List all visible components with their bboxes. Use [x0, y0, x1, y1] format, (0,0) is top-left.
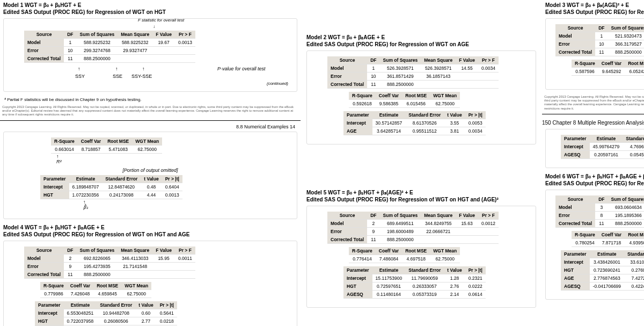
model1-block: F statistic for overall test ↓ SourceDFS…	[3, 18, 297, 92]
model5-anova: SourceDFSum of SquaresMean SquareF Value…	[327, 212, 499, 244]
fstat-label: F statistic for overall test	[138, 18, 184, 23]
copyright-3: Copyright 2013 Cengage Learning. All Rig…	[544, 95, 644, 111]
model5-block: SourceDFSum of SquaresMean SquareF Value…	[306, 206, 536, 308]
model2-sub: Edited SAS Output (PROC REG) for Regress…	[306, 41, 539, 47]
model3-block: SourceDFSum of SquaresMean SquareF Value…	[545, 18, 644, 90]
model4-stats: R-SquareCoeff VarRoot MSEWGT Mean 0.7799…	[40, 282, 151, 298]
model3-title: Model 3 WGT = β₀ + β₃(AGE)² + E	[545, 2, 644, 8]
continued-1: (continued)	[8, 81, 288, 86]
model1-stats: R-SquareCoeff VarRoot MSEWGT Mean 0.6630…	[51, 137, 162, 154]
model1-anova: SourceDFSum of SquaresMean SquareF Value…	[24, 31, 195, 63]
model6-sub: Edited SAS Output (PROC REG) for Regress…	[545, 180, 644, 186]
r2-label: R²	[56, 159, 62, 164]
footnote-4: ⁴ Partial F statistics will be discussed…	[4, 97, 301, 102]
model6-stats: R-SquareCoeff VarRoot MSEWGT Mean 0.7802…	[572, 231, 644, 247]
ssy-label: SSY	[75, 74, 85, 79]
model6-title: Model 6 WGT = β₀ + β₁HGT + β₂AGE + β₃(AG…	[545, 173, 644, 179]
model1-est: ParameterEstimateStandard Errort ValuePr…	[40, 175, 182, 199]
model3-stats: R-SquareCoeff VarRoot MSEWGT Mean 0.5875…	[572, 60, 644, 76]
model2-anova: SourceDFSum of SquaresMean SquareF Value…	[327, 56, 499, 89]
chapter-header: 150 Chapter 8 Multiple Regression Analys…	[542, 120, 644, 126]
model5-sub: Edited SAS Output (PROC REG) for Regress…	[306, 197, 539, 202]
model6-anova: SourceDFSum of SquaresMean SquareF Value…	[555, 195, 644, 228]
b1-label: β̂₁	[83, 205, 88, 210]
ssysse-label: SSY-SSE	[131, 74, 152, 79]
model5-stats: R-SquareCoeff VarRoot MSEWGT Mean 0.7764…	[349, 247, 460, 263]
model3-block2: ParameterEstimateStandard Errort ValuePr…	[545, 129, 644, 168]
model5-title: Model 5 WGT = β₀ + β₁HGT + β₃(AGE)² + E	[306, 190, 539, 195]
model2-est: ParameterEstimateStandard Errort ValuePr…	[343, 111, 486, 135]
model2-block: SourceDFSum of SquaresMean SquareF Value…	[306, 50, 536, 144]
model4-title: Model 4 WGT = β₀ + β₁HGT + β₂AGE + E	[3, 224, 301, 230]
sse-label: SSE	[113, 74, 122, 79]
model2-stats: R-SquareCoeff VarRoot MSEWGT Mean 0.5926…	[349, 92, 460, 108]
model3-anova: SourceDFSum of SquaresMean SquareF Value…	[555, 24, 644, 56]
section-num: 8.8 Numerical Examples 14	[0, 124, 295, 129]
model3-sub: Edited SAS Output (PROC REG) for Regress…	[545, 9, 644, 15]
model4-block: SourceDFSum of SquaresMean SquareF Value…	[3, 241, 297, 326]
continued-3: (continued)	[550, 79, 644, 84]
model6-est: ParameterEstimateStandard Errort ValuePr…	[561, 250, 644, 291]
model6-block: SourceDFSum of SquaresMean SquareF Value…	[545, 190, 644, 300]
copyright-1: Copyright 2013 Cengage Learning. All Rig…	[2, 105, 298, 117]
model1-sub: Edited SAS Output (PROC REG) for Regress…	[3, 9, 301, 15]
model4-sub: Edited SAS Output (PROC REG) for Regress…	[3, 231, 301, 237]
model4-est: ParameterEstimateStandard Errort ValuePr…	[35, 301, 177, 326]
model5-est: ParameterEstimateStandard Errort ValuePr…	[343, 266, 486, 299]
pval-label: P-value for overall test	[217, 66, 266, 71]
model1-block2: R-SquareCoeff VarRoot MSEWGT Mean 0.6630…	[3, 132, 297, 219]
portion-omitted: [Portion of output omitted]	[8, 168, 292, 173]
model3-est: ParameterEstimateStandard Errort ValuePr…	[561, 135, 644, 159]
model2-title: Model 2 WGT = β₀ + β₂AGE + E	[306, 34, 539, 40]
model4-anova: SourceDFSum of SquaresMean SquareF Value…	[24, 247, 195, 279]
model1-title: Model 1 WGT = β₀ + β₁HGT + E	[3, 2, 301, 8]
